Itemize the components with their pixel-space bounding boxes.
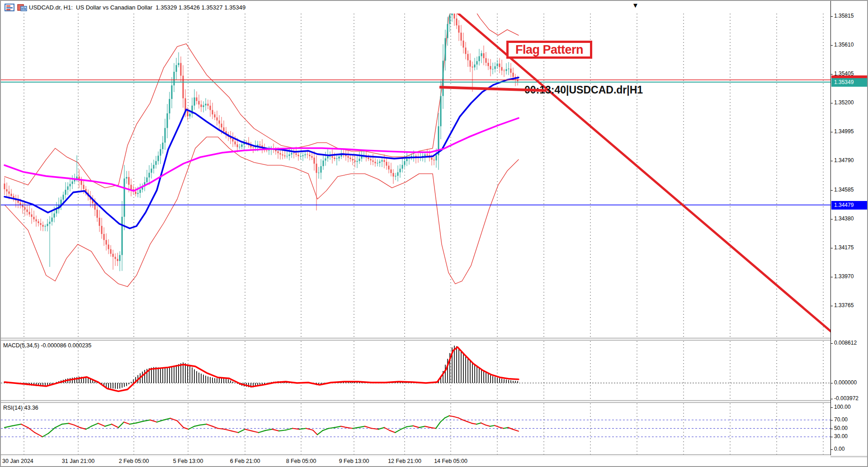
price-axis-label: 1.35610 <box>834 42 854 48</box>
panel-divider[interactable] <box>1 338 830 341</box>
rsi-axis-label: 70.00 <box>834 416 848 423</box>
axis-tick <box>831 306 833 306</box>
chart-title: USDCAD.dr, H1: US Dollar vs Canadian Dol… <box>29 4 245 11</box>
blue-level-marker: 1.34479 <box>831 201 868 210</box>
axis-tick <box>831 420 833 420</box>
time-axis-label: 14 Feb 05:00 <box>434 458 467 464</box>
flag-pattern-label[interactable]: Flag Pattern <box>506 41 592 59</box>
price-axis-label: 1.34585 <box>834 187 854 193</box>
price-axis-label: 1.33765 <box>834 302 854 308</box>
macd-signal-line[interactable] <box>5 347 519 391</box>
rsi-panel[interactable] <box>1 403 830 454</box>
bar-chart-icon[interactable] <box>17 4 27 11</box>
time-axis-label: 12 Feb 21:00 <box>388 458 421 464</box>
price-axis-label: 1.34380 <box>834 215 854 222</box>
time-axis[interactable]: 30 Jan 202431 Jan 21:002 Feb 05:005 Feb … <box>1 456 830 467</box>
axis-tick <box>831 429 833 429</box>
price-axis-label: 1.34995 <box>834 128 854 135</box>
macd-label: MACD(5,34,5) -0.000086 0.000235 <box>3 342 91 349</box>
price-axis-label: 1.35405 <box>834 70 854 77</box>
ma-slow-magenta-line[interactable] <box>5 118 519 191</box>
axis-tick <box>831 437 833 437</box>
time-axis-label: 30 Jan 2024 <box>2 458 33 464</box>
chart-header: USDCAD.dr, H1: US Dollar vs Canadian Dol… <box>1 1 867 14</box>
price-chart[interactable] <box>1 14 830 338</box>
axis-tick <box>831 103 833 103</box>
axis-tick <box>831 45 833 46</box>
price-axis-label: 1.35815 <box>834 13 854 19</box>
price-axis-label: 1.35200 <box>834 99 854 106</box>
axis-tick <box>831 74 833 75</box>
candles[interactable] <box>4 14 519 271</box>
chart-window: USDCAD.dr, H1: US Dollar vs Canadian Dol… <box>0 0 868 467</box>
axis-tick <box>831 399 833 399</box>
axis-tick <box>831 132 833 132</box>
time-axis-label: 5 Feb 13:00 <box>173 458 203 464</box>
axis-tick <box>831 219 833 219</box>
macd-axis-label: 0.008612 <box>834 340 857 346</box>
axis-tick <box>831 383 833 383</box>
bollinger-lower-band[interactable] <box>5 137 519 286</box>
panel-divider[interactable] <box>1 400 830 403</box>
axis-tick <box>831 277 833 277</box>
axis-tick <box>831 190 833 191</box>
time-axis-label: 9 Feb 13:00 <box>339 458 369 464</box>
price-axis-label: 1.34790 <box>834 157 854 163</box>
axis-tick <box>831 343 833 344</box>
axis-tick <box>831 161 833 161</box>
axis-tick <box>831 449 833 450</box>
macd-histogram <box>5 346 518 389</box>
rsi-axis-label: 30.00 <box>834 433 848 439</box>
chart-shift-marker[interactable]: ▼ <box>632 1 639 9</box>
market-watch-icon[interactable] <box>5 4 14 11</box>
rsi-axis-label: 100.00 <box>834 404 851 410</box>
grid-lines <box>24 14 823 338</box>
time-axis-label: 6 Feb 21:00 <box>230 458 260 464</box>
time-axis-label: 31 Jan 21:00 <box>62 458 94 464</box>
rsi-line <box>5 416 519 437</box>
axis-tick <box>831 248 833 248</box>
price-axis[interactable]: 1.35349 1.34479 1.358151.356101.354051.3… <box>830 1 868 455</box>
axis-tick <box>831 16 833 17</box>
time-axis-label: 2 Feb 05:00 <box>119 458 149 464</box>
time-axis-label: 8 Feb 05:00 <box>286 458 316 464</box>
macd-axis-label: 0.000000 <box>834 379 857 386</box>
axis-tick <box>831 407 833 408</box>
current-price-marker: 1.35349 <box>831 78 868 87</box>
rsi-label: RSI(14) 43.36 <box>3 405 38 411</box>
rsi-axis-label: 50.00 <box>834 425 848 431</box>
macd-panel[interactable] <box>1 341 830 400</box>
macd-axis-label: -0.003972 <box>834 395 859 402</box>
rsi-axis-label: 0.00 <box>834 446 844 452</box>
price-axis-label: 1.33970 <box>834 273 854 280</box>
price-axis-label: 1.34175 <box>834 244 854 251</box>
